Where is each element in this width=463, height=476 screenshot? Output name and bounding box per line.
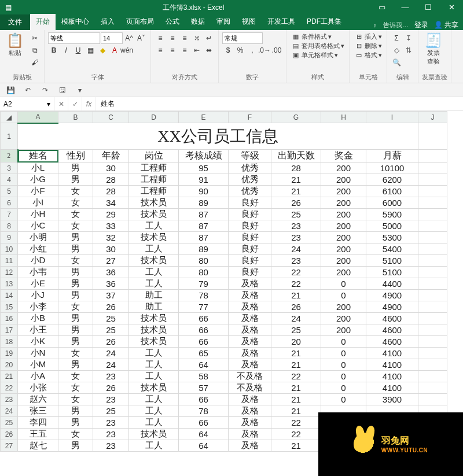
tell-me-icon[interactable]: ♀ bbox=[372, 22, 377, 29]
cell[interactable]: 4900 bbox=[366, 290, 418, 301]
cell[interactable]: 23 bbox=[93, 371, 129, 382]
underline-icon[interactable]: U bbox=[72, 45, 84, 56]
cell[interactable] bbox=[418, 267, 447, 278]
cell[interactable]: 女 bbox=[58, 394, 93, 405]
cell[interactable]: 58 bbox=[179, 371, 229, 382]
cell[interactable] bbox=[418, 278, 447, 290]
cell[interactable] bbox=[418, 324, 447, 336]
cell[interactable]: 23 bbox=[271, 220, 321, 232]
cell[interactable]: 良好 bbox=[229, 232, 271, 243]
cell[interactable]: 37 bbox=[93, 290, 129, 301]
row-header[interactable]: 24 bbox=[1, 405, 18, 417]
cell[interactable]: 5100 bbox=[366, 267, 418, 278]
cell[interactable]: 66 bbox=[179, 313, 229, 324]
cell[interactable]: 李四 bbox=[18, 417, 58, 429]
cell[interactable]: 男 bbox=[58, 405, 93, 417]
wrap-text-icon[interactable]: ↵ bbox=[203, 32, 215, 44]
align-bottom-icon[interactable]: ≡ bbox=[179, 32, 190, 44]
cell[interactable]: 10100 bbox=[366, 163, 418, 174]
cell[interactable]: 小红 bbox=[18, 243, 58, 255]
cell[interactable]: 男 bbox=[58, 359, 93, 371]
cell[interactable] bbox=[418, 313, 447, 324]
tab-home[interactable]: 开始 bbox=[30, 14, 56, 30]
cell[interactable]: 女 bbox=[58, 197, 93, 209]
cell[interactable]: 技术员 bbox=[129, 255, 179, 267]
cell[interactable]: 22 bbox=[271, 417, 321, 429]
cell[interactable]: 工人 bbox=[129, 417, 179, 429]
cell[interactable]: 66 bbox=[179, 324, 229, 336]
qat-save2-icon[interactable]: 🖫 bbox=[57, 84, 68, 96]
cell[interactable]: 32 bbox=[93, 232, 129, 243]
tab-review[interactable]: 审阅 bbox=[211, 14, 236, 30]
cell[interactable]: 男 bbox=[58, 243, 93, 255]
cell[interactable]: 36 bbox=[93, 278, 129, 290]
cell[interactable]: 小N bbox=[18, 348, 58, 359]
cell[interactable]: 工人 bbox=[129, 394, 179, 405]
cell[interactable]: 不及格 bbox=[229, 371, 271, 382]
cell[interactable]: 24 bbox=[93, 348, 129, 359]
header-cell[interactable]: 奖金 bbox=[321, 150, 366, 163]
column-header-D[interactable]: D bbox=[129, 112, 179, 123]
cell[interactable]: 技术员 bbox=[129, 313, 179, 324]
column-header-I[interactable]: I bbox=[366, 112, 418, 123]
cell[interactable] bbox=[418, 359, 447, 371]
cell[interactable]: 优秀 bbox=[229, 174, 271, 186]
cell[interactable]: 34 bbox=[93, 197, 129, 209]
cell[interactable]: 男 bbox=[58, 440, 93, 452]
row-header[interactable]: 6 bbox=[1, 197, 18, 209]
cell[interactable]: 90 bbox=[179, 186, 229, 197]
cell[interactable]: 25 bbox=[93, 313, 129, 324]
cell[interactable] bbox=[418, 186, 447, 197]
cell[interactable]: 工人 bbox=[129, 359, 179, 371]
cell[interactable] bbox=[418, 197, 447, 209]
cell[interactable]: 良好 bbox=[229, 267, 271, 278]
cell[interactable]: 良好 bbox=[229, 243, 271, 255]
tell-me[interactable]: 告诉我… bbox=[383, 21, 409, 29]
cell[interactable]: 23 bbox=[93, 440, 129, 452]
cell[interactable]: 25 bbox=[271, 324, 321, 336]
cell[interactable]: 0 bbox=[321, 290, 366, 301]
header-cell[interactable]: 姓名 bbox=[18, 150, 58, 163]
cell[interactable]: 0 bbox=[321, 359, 366, 371]
cell[interactable]: 小J bbox=[18, 290, 58, 301]
cell[interactable] bbox=[418, 209, 447, 220]
cell[interactable]: 优秀 bbox=[229, 186, 271, 197]
cell[interactable]: 65 bbox=[179, 348, 229, 359]
cell[interactable] bbox=[418, 220, 447, 232]
cell[interactable]: 22 bbox=[271, 371, 321, 382]
cell[interactable]: 及格 bbox=[229, 348, 271, 359]
cell[interactable]: 21 bbox=[271, 394, 321, 405]
cell[interactable]: 57 bbox=[179, 382, 229, 394]
cell[interactable]: 21 bbox=[271, 440, 321, 452]
cell[interactable]: 小F bbox=[18, 186, 58, 197]
cell[interactable]: 87 bbox=[179, 232, 229, 243]
cell[interactable]: 小B bbox=[18, 313, 58, 324]
cell[interactable]: 21 bbox=[271, 405, 321, 417]
cell[interactable]: 200 bbox=[321, 209, 366, 220]
row-header[interactable]: 13 bbox=[1, 278, 18, 290]
cell[interactable]: 及格 bbox=[229, 301, 271, 313]
cell[interactable]: 4100 bbox=[366, 359, 418, 371]
bold-icon[interactable]: B bbox=[48, 45, 60, 56]
cell[interactable]: 6000 bbox=[366, 197, 418, 209]
row-header[interactable]: 19 bbox=[1, 348, 18, 359]
cell[interactable]: 25 bbox=[271, 209, 321, 220]
cell[interactable]: 小李 bbox=[18, 301, 58, 313]
cell[interactable]: 小H bbox=[18, 209, 58, 220]
cell[interactable]: 小E bbox=[18, 278, 58, 290]
currency-icon[interactable]: $ bbox=[222, 45, 234, 56]
qat-dropdown-icon[interactable]: ▾ bbox=[74, 84, 86, 96]
format-cells-button[interactable]: ▭格式 ▾ bbox=[353, 51, 383, 60]
cell[interactable]: 女 bbox=[58, 348, 93, 359]
cell[interactable]: 4600 bbox=[366, 336, 418, 348]
indent-dec-icon[interactable]: ⇤ bbox=[191, 45, 203, 56]
tab-pdf[interactable]: PDF工具集 bbox=[301, 14, 347, 30]
cell[interactable]: 5400 bbox=[366, 243, 418, 255]
cell[interactable]: 女 bbox=[58, 220, 93, 232]
row-header[interactable]: 17 bbox=[1, 324, 18, 336]
cell[interactable]: 30 bbox=[93, 243, 129, 255]
select-all-corner[interactable]: ◢ bbox=[1, 112, 18, 123]
font-size-select[interactable] bbox=[101, 32, 123, 44]
orientation-icon[interactable]: ⤭ bbox=[191, 32, 203, 44]
row-header[interactable]: 11 bbox=[1, 255, 18, 267]
